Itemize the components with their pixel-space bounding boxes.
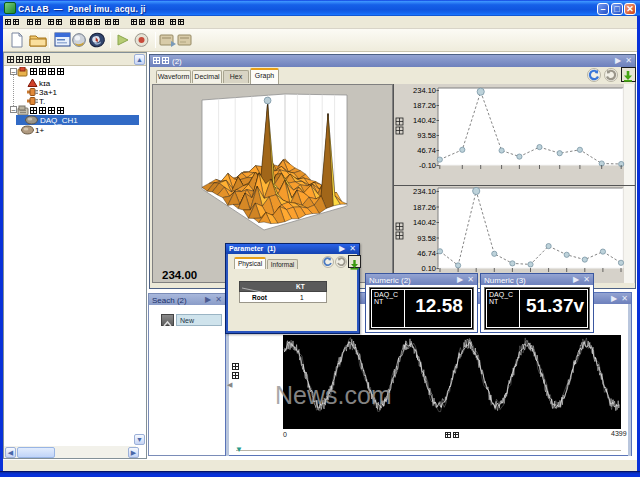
svg-text:93.58: 93.58 xyxy=(417,131,436,140)
svg-text:93.58: 93.58 xyxy=(417,234,436,243)
svg-text:187.26: 187.26 xyxy=(413,101,436,110)
svg-text:46.74: 46.74 xyxy=(417,146,436,155)
svg-text:46.74: 46.74 xyxy=(417,249,436,258)
svg-text:234.10: 234.10 xyxy=(413,187,436,196)
svg-text:140.42: 140.42 xyxy=(413,218,436,227)
svg-text:234.10: 234.10 xyxy=(413,86,436,95)
svg-text:140.42: 140.42 xyxy=(413,116,436,125)
svg-text:187.26: 187.26 xyxy=(413,203,436,212)
svg-text:-0.10: -0.10 xyxy=(419,161,436,170)
svg-text:0.10: 0.10 xyxy=(421,264,436,273)
